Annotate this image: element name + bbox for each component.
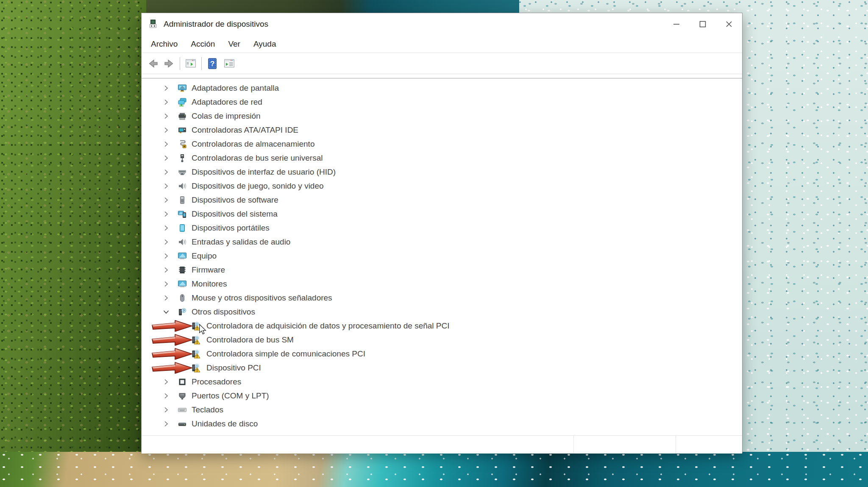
chevron-right-icon[interactable] — [162, 253, 170, 259]
tree-item[interactable]: Colas de impresión — [142, 109, 742, 123]
tree-item[interactable]: Teclados — [142, 403, 742, 417]
tree-item-label: Dispositivos de interfaz de usuario (HID… — [192, 167, 336, 177]
help-icon: ? — [206, 57, 219, 70]
chevron-right-icon[interactable] — [162, 267, 170, 273]
chevron-right-icon[interactable] — [162, 141, 170, 147]
tree-item[interactable]: Dispositivos de software — [142, 193, 742, 207]
portable-device-icon — [178, 223, 187, 233]
tree-item[interactable]: Adaptadores de red — [142, 95, 742, 109]
tree-item[interactable]: Controladoras de bus serie universal — [142, 151, 742, 165]
chevron-right-icon[interactable] — [162, 211, 170, 217]
tree-item-label: Puertos (COM y LPT) — [192, 391, 269, 401]
tree-item[interactable]: Procesadores — [142, 375, 742, 389]
tree-item[interactable]: Entradas y salidas de audio — [142, 235, 742, 249]
chevron-right-icon[interactable] — [162, 85, 170, 92]
chevron-right-icon[interactable] — [162, 406, 170, 413]
tree-item[interactable]: Dispositivos de juego, sonido y video — [142, 179, 742, 193]
monitor-icon — [178, 279, 187, 289]
tree-item[interactable]: ?Otros dispositivos — [142, 305, 742, 319]
chevron-right-icon[interactable] — [162, 127, 170, 134]
status-bar-separator — [573, 436, 574, 454]
tree-item[interactable]: ?Controladora de bus SM — [142, 333, 742, 347]
tree-item[interactable]: ?Dispositivo PCI — [142, 361, 742, 375]
chevron-right-icon[interactable] — [162, 420, 170, 427]
menu-item-accion[interactable]: Acción — [191, 39, 215, 49]
tree-item[interactable]: Controladoras de almacenamiento — [142, 137, 742, 151]
tree-item-label: Controladoras de bus serie universal — [192, 153, 323, 163]
title-bar[interactable]: Administrador de dispositivos — [142, 13, 742, 35]
tree-item[interactable]: Adaptadores de pantalla — [142, 81, 742, 95]
tree-item-label: Teclados — [192, 405, 223, 415]
minimize-button[interactable] — [663, 13, 690, 35]
menu-item-ayuda[interactable]: Ayuda — [253, 39, 276, 49]
disk-drive-icon — [178, 419, 187, 429]
tree-item-label: Dispositivos de software — [192, 195, 278, 205]
forward-button[interactable] — [163, 58, 175, 69]
mouse-icon — [178, 293, 187, 303]
mouse-cursor-icon — [198, 323, 209, 335]
menu-item-ver[interactable]: Ver — [228, 39, 240, 49]
red-arrow-annotation — [151, 362, 193, 374]
toolbar: ? — [142, 53, 742, 74]
ports-icon — [178, 391, 187, 401]
tree-item[interactable]: Dispositivos de interfaz de usuario (HID… — [142, 165, 742, 179]
tree-item[interactable]: Monitores — [142, 277, 742, 291]
menu-item-archivo[interactable]: Archivo — [151, 39, 178, 49]
window-title: Administrador de dispositivos — [164, 19, 268, 29]
chevron-right-icon[interactable] — [162, 99, 170, 106]
chevron-right-icon[interactable] — [162, 197, 170, 203]
back-button[interactable] — [147, 58, 159, 69]
chevron-right-icon[interactable] — [162, 392, 170, 399]
tree-item-label: Procesadores — [192, 377, 241, 387]
network-adapter-icon — [178, 97, 187, 107]
computer-icon — [178, 251, 187, 261]
show-hide-console-tree-button[interactable] — [184, 58, 197, 70]
keyboard-icon — [178, 405, 187, 415]
ide-controller-icon — [178, 125, 187, 135]
tree-item-label: Dispositivos portátiles — [192, 223, 270, 233]
tree-item[interactable]: Equipo — [142, 249, 742, 263]
printer-icon — [178, 111, 187, 121]
chevron-right-icon[interactable] — [162, 183, 170, 189]
tree-item-label: Entradas y salidas de audio — [192, 237, 290, 247]
tree-item[interactable]: Firmware — [142, 263, 742, 277]
chevron-right-icon[interactable] — [162, 281, 170, 287]
tree-item[interactable]: Controladoras ATA/ATAPI IDE — [142, 123, 742, 137]
chevron-right-icon[interactable] — [162, 378, 170, 385]
red-arrow-annotation — [151, 320, 193, 332]
chevron-right-icon[interactable] — [162, 155, 170, 161]
system-device-icon — [178, 209, 187, 219]
device-manager-app-icon — [147, 19, 159, 30]
tree-item[interactable]: Mouse y otros dispositivos señaladores — [142, 291, 742, 305]
tree-item-label: Otros dispositivos — [192, 307, 255, 317]
close-button[interactable] — [716, 13, 742, 35]
tree-item-label: Controladora de bus SM — [206, 335, 294, 345]
tree-item-label: Dispositivo PCI — [206, 363, 261, 373]
tree-item[interactable]: ?Controladora simple de comunicaciones P… — [142, 347, 742, 361]
tree-item[interactable]: Dispositivos portátiles — [142, 221, 742, 235]
menu-bar: Archivo Acción Ver Ayuda — [142, 35, 742, 53]
chevron-right-icon[interactable] — [162, 169, 170, 175]
display-adapter-icon — [178, 83, 187, 93]
maximize-button[interactable] — [690, 13, 716, 35]
tree-item[interactable]: Puertos (COM y LPT) — [142, 389, 742, 403]
forward-icon — [163, 58, 175, 69]
tree-item[interactable]: ?Controladora de adquisición de datos y … — [142, 319, 742, 333]
close-icon — [725, 20, 733, 28]
red-arrow-annotation — [151, 334, 193, 346]
tree-item[interactable]: Unidades de disco — [142, 417, 742, 431]
properties-button[interactable] — [223, 58, 236, 70]
chevron-right-icon[interactable] — [162, 239, 170, 245]
device-manager-window: Administrador de dispositivos Archivo Ac… — [141, 13, 743, 453]
tree-item[interactable]: Dispositivos del sistema — [142, 207, 742, 221]
help-button[interactable]: ? — [206, 57, 219, 70]
chevron-down-icon[interactable] — [162, 309, 170, 315]
tree-item-label: Dispositivos del sistema — [192, 209, 278, 219]
chevron-right-icon[interactable] — [162, 225, 170, 231]
other-device-icon: ? — [178, 307, 187, 317]
desktop: { "app": { "title": "Administrador de di… — [0, 0, 868, 487]
chevron-right-icon[interactable] — [162, 113, 170, 120]
tree-item-label: Controladoras ATA/ATAPI IDE — [192, 125, 298, 135]
chevron-right-icon[interactable] — [162, 295, 170, 301]
media-device-icon — [178, 181, 187, 191]
